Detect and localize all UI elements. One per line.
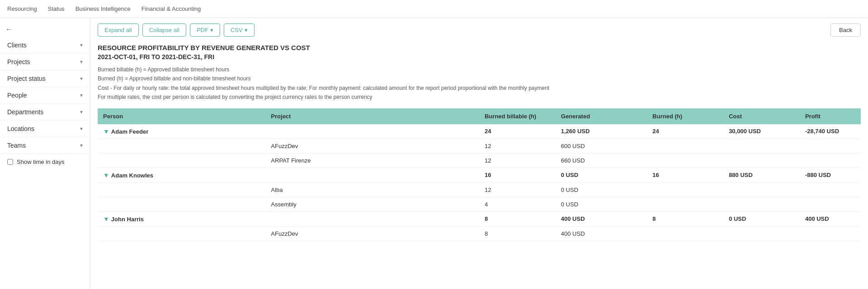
toolbar: Expand all Collapse all PDF ▾ CSV ▾ Back: [98, 23, 861, 37]
cell-burned-billable: 8: [479, 211, 556, 226]
cell-profit: [800, 153, 861, 168]
sidebar-item-departments[interactable]: Departments ▾: [0, 104, 90, 121]
project-status-chevron-icon: ▾: [80, 75, 83, 82]
pdf-button[interactable]: PDF ▾: [190, 23, 220, 37]
cell-burned: 8: [647, 211, 723, 226]
cell-cost: 30,000 USD: [723, 124, 800, 139]
cell-cost: 880 USD: [723, 168, 800, 182]
sidebar: ← Clients ▾ Projects ▾ Project status ▾ …: [0, 18, 90, 289]
cell-burned-billable: 8: [479, 226, 556, 241]
col-header-generated: Generated: [556, 108, 647, 124]
cell-profit: [800, 139, 861, 153]
cell-burned-billable: 12: [479, 139, 556, 153]
clients-chevron-icon: ▾: [80, 42, 83, 48]
col-header-cost: Cost: [723, 108, 800, 124]
sidebar-item-project-status[interactable]: Project status ▾: [0, 70, 90, 87]
expand-arrow-icon[interactable]: ▼: [103, 215, 109, 223]
nav-financial-accounting[interactable]: Financial & Accounting: [142, 1, 201, 17]
project-row: ARPAT Firenze 12 660 USD: [98, 153, 861, 168]
top-nav: Resourcing Status Business Intelligence …: [0, 0, 868, 18]
main-content: Expand all Collapse all PDF ▾ CSV ▾ Back…: [90, 18, 868, 289]
cell-cost: [723, 226, 800, 241]
cell-project-name: Alba: [265, 182, 479, 197]
nav-status[interactable]: Status: [48, 1, 65, 17]
expand-all-button[interactable]: Expand all: [98, 23, 139, 37]
report-notes: Burned billable (h) = Approved billable …: [98, 65, 861, 102]
cell-generated: 0 USD: [556, 197, 647, 211]
cell-profit: -880 USD: [800, 168, 861, 182]
csv-chevron-icon: ▾: [245, 27, 248, 33]
cell-burned: [647, 182, 723, 197]
person-row: ▼John Harris 8 400 USD 8 0 USD 400 USD: [98, 211, 861, 226]
pdf-chevron-icon: ▾: [210, 27, 213, 33]
person-row: ▼Adam Knowles 16 0 USD 16 880 USD -880 U…: [98, 168, 861, 182]
cell-burned: [647, 139, 723, 153]
report-note-4: For multiple rates, the cost per person …: [98, 93, 861, 102]
cell-project-name: Assembly: [265, 197, 479, 211]
sidebar-item-people[interactable]: People ▾: [0, 87, 90, 104]
show-time-in-days-checkbox[interactable]: [7, 159, 13, 165]
expand-arrow-icon[interactable]: ▼: [103, 128, 109, 135]
report-subtitle: 2021-OCT-01, FRI TO 2021-DEC-31, FRI: [98, 53, 861, 61]
report-header: RESOURCE PROFITABILITY BY REVENUE GENERA…: [98, 44, 861, 102]
csv-button[interactable]: CSV ▾: [224, 23, 255, 37]
col-header-burned: Burned (h): [647, 108, 723, 124]
sidebar-teams-label: Teams: [7, 142, 26, 149]
cell-generated: 400 USD: [556, 226, 647, 241]
sidebar-item-teams[interactable]: Teams ▾: [0, 137, 90, 154]
sidebar-item-projects[interactable]: Projects ▾: [0, 54, 90, 70]
locations-chevron-icon: ▾: [80, 126, 83, 132]
report-note-1: Burned billable (h) = Approved billable …: [98, 65, 861, 74]
cell-cost: [723, 153, 800, 168]
report-note-2: Burned (h) = Approved billable and non-b…: [98, 74, 861, 83]
cell-project: [265, 168, 479, 182]
cell-burned: [647, 226, 723, 241]
cell-cost: 0 USD: [723, 211, 800, 226]
cell-profit: [800, 226, 861, 241]
cell-person-name: ▼John Harris: [98, 211, 265, 226]
cell-profit: -28,740 USD: [800, 124, 861, 139]
cell-burned-billable: 16: [479, 168, 556, 182]
cell-generated: 1,260 USD: [556, 124, 647, 139]
col-header-burned-billable: Burned billable (h): [479, 108, 556, 124]
cell-cost: [723, 139, 800, 153]
cell-burned-billable: 12: [479, 153, 556, 168]
cell-person-name: [98, 197, 265, 211]
cell-generated: 400 USD: [556, 211, 647, 226]
toolbar-left: Expand all Collapse all PDF ▾ CSV ▾: [98, 23, 255, 37]
back-button[interactable]: Back: [830, 23, 861, 37]
sidebar-item-clients[interactable]: Clients ▾: [0, 37, 90, 54]
projects-chevron-icon: ▾: [80, 59, 83, 65]
cell-burned: [647, 153, 723, 168]
cell-burned-billable: 4: [479, 197, 556, 211]
nav-resourcing[interactable]: Resourcing: [7, 1, 37, 17]
cell-project-name: AFuzzDev: [265, 139, 479, 153]
cell-generated: 600 USD: [556, 139, 647, 153]
expand-arrow-icon[interactable]: ▼: [103, 172, 109, 179]
report-note-3: Cost - For daily or hourly rate: the tot…: [98, 84, 861, 93]
cell-burned-billable: 24: [479, 124, 556, 139]
nav-business-intelligence[interactable]: Business Intelligence: [75, 1, 131, 17]
cell-person-name: [98, 153, 265, 168]
sidebar-locations-label: Locations: [7, 125, 34, 132]
sidebar-item-locations[interactable]: Locations ▾: [0, 121, 90, 137]
col-header-project: Project: [265, 108, 479, 124]
project-row: AFuzzDev 12 600 USD: [98, 139, 861, 153]
cell-burned: 16: [647, 168, 723, 182]
collapse-all-button[interactable]: Collapse all: [142, 23, 186, 37]
cell-project: [265, 124, 479, 139]
back-arrow[interactable]: ←: [0, 22, 18, 37]
teams-chevron-icon: ▾: [80, 142, 83, 149]
sidebar-project-status-label: Project status: [7, 75, 46, 82]
cell-project: [265, 211, 479, 226]
report-title: RESOURCE PROFITABILITY BY REVENUE GENERA…: [98, 44, 861, 51]
cell-person-name: ▼Adam Knowles: [98, 168, 265, 182]
person-row: ▼Adam Feeder 24 1,260 USD 24 30,000 USD …: [98, 124, 861, 139]
csv-label: CSV: [231, 27, 243, 33]
cell-person-name: [98, 139, 265, 153]
show-time-in-days-container[interactable]: Show time in days: [0, 154, 90, 170]
table-header-row: Person Project Burned billable (h) Gener…: [98, 108, 861, 124]
cell-project-name: ARPAT Firenze: [265, 153, 479, 168]
cell-burned-billable: 12: [479, 182, 556, 197]
sidebar-people-label: People: [7, 92, 27, 99]
